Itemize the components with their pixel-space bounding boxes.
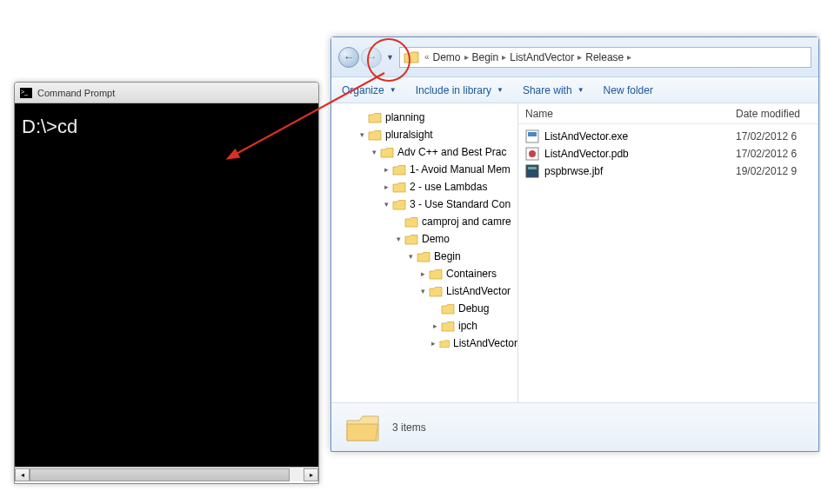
file-name: ListAndVector.pdb <box>544 148 736 160</box>
tree-item[interactable]: ▸Containers <box>331 265 517 282</box>
tree-label: 2 - use Lambdas <box>410 181 487 193</box>
pdb-file-icon <box>525 147 539 161</box>
cmd-title: Command Prompt <box>37 88 115 98</box>
file-date: 19/02/2012 9 <box>736 165 797 177</box>
scroll-thumb[interactable] <box>30 468 290 481</box>
tree-label: ListAndVector <box>446 285 511 297</box>
cmd-line: D:\>cd <box>22 116 311 138</box>
chevron-down-icon: ▼ <box>390 86 397 94</box>
folder-icon <box>404 51 419 63</box>
tree-item[interactable]: ▾ListAndVector <box>331 282 517 300</box>
tree-item[interactable]: ▸ListAndVector <box>331 335 517 352</box>
chevron-right-icon: ▸ <box>577 52 582 62</box>
nav-back-button[interactable]: ← <box>338 47 359 68</box>
new-folder-button[interactable]: New folder <box>604 84 653 96</box>
tree-toggle-icon[interactable]: ▸ <box>431 339 437 348</box>
tree-item[interactable]: Debug <box>331 300 517 317</box>
tree-toggle-icon[interactable]: ▸ <box>418 269 427 278</box>
status-text: 3 items <box>392 421 426 434</box>
file-row[interactable]: ListAndVector.exe17/02/2012 6 <box>518 128 818 145</box>
tree-label: 3 - Use Standard Con <box>410 198 511 210</box>
folder-large-icon <box>345 412 380 443</box>
tree-toggle-icon[interactable]: ▾ <box>394 235 403 243</box>
explorer-window: ← → ▼ « Demo ▸ Begin ▸ ListAndVector ▸ R… <box>330 36 819 452</box>
tree-toggle-icon[interactable]: ▸ <box>382 182 390 191</box>
file-row[interactable]: ListAndVector.pdb17/02/2012 6 <box>518 145 818 162</box>
tree-toggle-icon[interactable]: ▾ <box>382 200 390 209</box>
tree-label: Demo <box>422 233 450 245</box>
file-list: Name Date modified ListAndVector.exe17/0… <box>518 103 818 402</box>
explorer-body: planning▾pluralsight▾Adv C++ and Best Pr… <box>331 103 818 402</box>
file-date: 17/02/2012 6 <box>736 148 797 160</box>
nav-forward-button[interactable]: → <box>361 47 382 68</box>
chevron-down-icon: ▼ <box>577 86 584 94</box>
column-name[interactable]: Name <box>518 108 736 120</box>
organize-menu[interactable]: Organize▼ <box>342 84 397 96</box>
tree-label: pluralsight <box>385 129 433 141</box>
tree-label: Debug <box>458 302 489 315</box>
breadcrumb-item[interactable]: Demo <box>431 51 462 63</box>
arrow-left-icon: ← <box>344 50 355 63</box>
list-rows: ListAndVector.exe17/02/2012 6ListAndVect… <box>518 124 818 183</box>
explorer-titlebar: ← → ▼ « Demo ▸ Begin ▸ ListAndVector ▸ R… <box>331 37 818 77</box>
tree-item[interactable]: camproj and camre <box>331 213 517 230</box>
cmd-body[interactable]: D:\>cd <box>15 103 318 467</box>
file-date: 17/02/2012 6 <box>736 130 797 143</box>
file-name: pspbrwse.jbf <box>544 165 736 177</box>
tree-toggle-icon[interactable]: ▾ <box>357 130 366 139</box>
include-in-library-menu[interactable]: Include in library▼ <box>416 84 504 96</box>
tree-label: camproj and camre <box>422 216 511 228</box>
chevron-right-icon: ▸ <box>464 52 469 62</box>
tree-label: planning <box>385 111 424 123</box>
tree-item[interactable]: ▾pluralsight <box>331 126 517 143</box>
tree-item[interactable]: ▾3 - Use Standard Con <box>331 196 517 213</box>
cmd-hscrollbar[interactable]: ◂ ▸ <box>15 467 318 481</box>
address-bar[interactable]: « Demo ▸ Begin ▸ ListAndVector ▸ Release… <box>399 47 811 68</box>
tree-toggle-icon[interactable]: ▸ <box>431 322 439 330</box>
tree-label: ListAndVector <box>453 337 517 349</box>
tree-toggle-icon[interactable]: ▾ <box>406 252 415 261</box>
jbf-file-icon <box>525 164 539 178</box>
arrow-right-icon: → <box>366 50 377 63</box>
svg-rect-1 <box>528 132 537 136</box>
scroll-left-button[interactable]: ◂ <box>15 468 30 481</box>
tree-item[interactable]: ▸ipch <box>331 317 517 335</box>
breadcrumb-item[interactable]: Begin <box>471 51 501 63</box>
tree-item[interactable]: ▸1- Avoid Manual Mem <box>331 161 517 178</box>
cmd-app-icon <box>20 88 32 98</box>
file-name: ListAndVector.exe <box>544 130 736 143</box>
chevron-icon: « <box>424 52 430 62</box>
scroll-track[interactable] <box>30 468 304 481</box>
scroll-right-button[interactable]: ▸ <box>304 468 318 481</box>
explorer-toolbar: Organize▼ Include in library▼ Share with… <box>331 77 818 103</box>
tree-item[interactable]: planning <box>331 109 517 126</box>
cmd-titlebar[interactable]: Command Prompt <box>15 83 318 103</box>
folder-tree[interactable]: planning▾pluralsight▾Adv C++ and Best Pr… <box>331 103 518 402</box>
svg-rect-5 <box>528 167 537 169</box>
tree-item[interactable]: ▾Begin <box>331 248 517 265</box>
exe-file-icon <box>525 129 539 143</box>
tree-label: ipch <box>458 320 477 332</box>
command-prompt-window: Command Prompt D:\>cd ◂ ▸ <box>14 82 319 484</box>
nav-history-dropdown[interactable]: ▼ <box>386 53 394 62</box>
tree-label: Containers <box>446 268 497 280</box>
tree-toggle-icon[interactable]: ▾ <box>418 287 427 295</box>
tree-label: Adv C++ and Best Prac <box>397 146 506 158</box>
tree-toggle-icon[interactable]: ▾ <box>370 148 378 156</box>
breadcrumb-item[interactable]: Release <box>584 51 625 63</box>
list-header[interactable]: Name Date modified <box>518 103 818 124</box>
status-bar: 3 items <box>331 402 818 451</box>
tree-item[interactable]: ▾Adv C++ and Best Prac <box>331 143 517 161</box>
chevron-down-icon: ▼ <box>497 86 504 94</box>
tree-item[interactable]: ▾Demo <box>331 230 517 248</box>
file-row[interactable]: pspbrwse.jbf19/02/2012 9 <box>518 162 818 180</box>
tree-toggle-icon[interactable]: ▸ <box>382 165 390 174</box>
chevron-right-icon: ▸ <box>627 52 631 62</box>
share-with-menu[interactable]: Share with▼ <box>523 84 584 96</box>
column-date[interactable]: Date modified <box>736 108 800 120</box>
svg-point-3 <box>529 150 536 157</box>
breadcrumb-item[interactable]: ListAndVector <box>508 51 576 63</box>
chevron-right-icon: ▸ <box>502 52 506 62</box>
tree-item[interactable]: ▸2 - use Lambdas <box>331 178 517 196</box>
tree-label: Begin <box>434 250 461 262</box>
